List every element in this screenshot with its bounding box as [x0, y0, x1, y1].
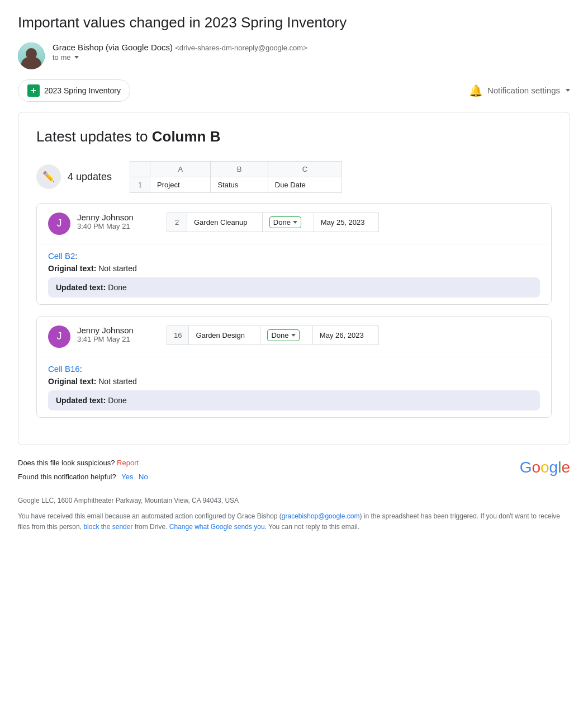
- cell-link-row-1: Cell B2:: [48, 251, 540, 261]
- original-text-2: Original text: Not started: [48, 377, 540, 386]
- suspicious-row: Does this file look suspicious? Report: [18, 459, 148, 467]
- update-header-1: J Jenny Johnson 3:40 PM May 21 2 Garden …: [37, 204, 551, 244]
- done-badge-1: Done: [269, 216, 301, 228]
- email-title: Important values changed in 2023 Spring …: [18, 13, 570, 32]
- badge-arrow-icon-1: [293, 221, 297, 224]
- col-a-header: A: [150, 161, 211, 177]
- sender-name-row: Grace Bishop (via Google Docs) <drive-sh…: [53, 43, 570, 52]
- card-title-bold: Column B: [152, 128, 221, 145]
- user-name-2: Jenny Johnson: [77, 325, 134, 335]
- footer-section: Does this file look suspicious? Report F…: [18, 459, 570, 541]
- original-text-1: Original text: Not started: [48, 264, 540, 273]
- row-1-num: 1: [130, 177, 150, 192]
- user-time-1: 3:40 PM May 21: [77, 222, 134, 230]
- updates-header: ✏️ 4 updates A B C 1 Project Status Due …: [36, 161, 552, 193]
- footer-address: Google LLC, 1600 Amphitheater Parkway, M…: [18, 497, 570, 504]
- yes-link[interactable]: Yes: [121, 473, 133, 481]
- card-title-prefix: Latest updates to: [36, 128, 152, 145]
- user-details-1: Jenny Johnson 3:40 PM May 21: [77, 213, 134, 230]
- update-table-2: 16 Garden Design Done May 26, 2023: [167, 325, 379, 345]
- helpful-row: Found this notification helpful? Yes No: [18, 473, 148, 481]
- user-name-1: Jenny Johnson: [77, 213, 134, 222]
- user-time-2: 3:41 PM May 21: [77, 335, 134, 343]
- block-sender-link[interactable]: block the sender: [83, 523, 132, 531]
- no-link[interactable]: No: [139, 473, 148, 481]
- grace-bishop-email-link[interactable]: gracebishop@google.com: [282, 512, 360, 520]
- notification-chevron-icon: [566, 89, 570, 92]
- sender-row: Grace Bishop (via Google Docs) <drive-sh…: [18, 43, 570, 69]
- user-info-1: J Jenny Johnson 3:40 PM May 21: [48, 213, 149, 235]
- updates-count-area: ✏️ 4 updates: [36, 164, 112, 189]
- avatar: [18, 43, 45, 69]
- card-title: Latest updates to Column B: [36, 128, 552, 145]
- helpful-text: Found this notification helpful?: [18, 473, 116, 481]
- sheet-header-table: A B C 1 Project Status Due Date: [130, 161, 342, 193]
- main-card: Latest updates to Column B ✏️ 4 updates …: [18, 112, 570, 445]
- google-logo: Google: [520, 459, 570, 476]
- done-badge-2: Done: [267, 329, 299, 341]
- update-col-c-1: May 25, 2023: [314, 213, 378, 232]
- report-link[interactable]: Report: [117, 459, 139, 467]
- update-header-2: J Jenny Johnson 3:41 PM May 21 16 Garden…: [37, 317, 551, 357]
- col-b-header: B: [211, 161, 268, 177]
- sheets-icon: +: [27, 84, 40, 97]
- update-table-1: 2 Garden Cleanup Done May 25, 2023: [167, 213, 379, 232]
- update-col-a-2: Garden Design: [189, 325, 260, 344]
- updates-container: J Jenny Johnson 3:40 PM May 21 2 Garden …: [36, 203, 552, 418]
- user-avatar-1: J: [48, 213, 70, 235]
- suspicious-text: Does this file look suspicious?: [18, 459, 115, 467]
- updates-count: 4 updates: [68, 171, 112, 183]
- update-row-num-1: 2: [167, 213, 187, 232]
- sender-email: <drive-shares-dm-noreply@google.com>: [175, 44, 307, 52]
- update-details-1: Cell B2: Original text: Not started Upda…: [37, 244, 551, 304]
- col-c-header: C: [268, 161, 342, 177]
- cell-link-1[interactable]: Cell B2: [48, 251, 75, 261]
- update-col-b-1: Done: [262, 213, 314, 232]
- chevron-down-icon: [74, 56, 79, 59]
- update-col-c-2: May 26, 2023: [312, 325, 378, 344]
- cell-link-row-2: Cell B16:: [48, 364, 540, 374]
- update-entry-1: J Jenny Johnson 3:40 PM May 21 2 Garden …: [36, 203, 552, 305]
- badge-arrow-icon-2: [291, 334, 296, 337]
- updated-text-box-2: Updated text: Done: [48, 390, 540, 410]
- pencil-icon: ✏️: [36, 164, 61, 189]
- sheets-plus-icon: +: [31, 86, 36, 95]
- to-me-dropdown[interactable]: to me: [53, 53, 570, 62]
- user-details-2: Jenny Johnson 3:41 PM May 21: [77, 325, 134, 343]
- update-entry-2: J Jenny Johnson 3:41 PM May 21 16 Garden…: [36, 316, 552, 418]
- row-1-col-b: Status: [211, 177, 268, 192]
- update-col-b-2: Done: [260, 325, 312, 344]
- spreadsheet-button[interactable]: + 2023 Spring Inventory: [18, 79, 130, 102]
- update-row-num-2: 16: [167, 325, 189, 344]
- cell-link-2[interactable]: Cell B16: [48, 364, 80, 374]
- row-1-col-a: Project: [150, 177, 211, 192]
- updated-text-box-1: Updated text: Done: [48, 277, 540, 298]
- notification-settings-button[interactable]: 🔔 Notification settings: [469, 84, 570, 97]
- spreadsheet-button-label: 2023 Spring Inventory: [44, 86, 121, 95]
- user-info-2: J Jenny Johnson 3:41 PM May 21: [48, 325, 149, 348]
- toolbar-row: + 2023 Spring Inventory 🔔 Notification s…: [18, 79, 570, 102]
- user-avatar-2: J: [48, 325, 70, 348]
- bell-icon: 🔔: [469, 84, 483, 97]
- col-empty-header: [130, 161, 150, 177]
- change-google-sends-link[interactable]: Change what Google sends you.: [169, 523, 267, 531]
- sender-info: Grace Bishop (via Google Docs) <drive-sh…: [53, 43, 570, 62]
- sender-name: Grace Bishop (via Google Docs): [53, 43, 173, 52]
- to-me-label: to me: [53, 53, 71, 62]
- row-1-col-c: Due Date: [268, 177, 342, 192]
- update-col-a-1: Garden Cleanup: [187, 213, 263, 232]
- notification-settings-label: Notification settings: [487, 86, 560, 95]
- update-details-2: Cell B16: Original text: Not started Upd…: [37, 357, 551, 417]
- footer-legal: You have received this email because an …: [18, 511, 570, 532]
